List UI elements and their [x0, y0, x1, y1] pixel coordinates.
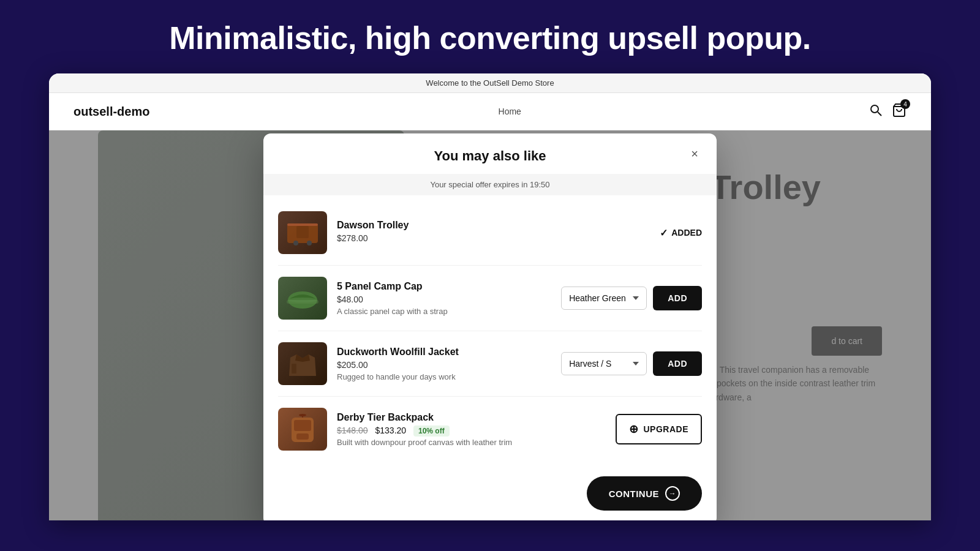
offer-timer-text: Your special offer expires in 19:50	[430, 180, 549, 189]
discount-badge-derby-backpack: 10% off	[413, 425, 450, 437]
product-desc-camp-cap: A classic panel cap with a strap	[337, 307, 551, 316]
product-row-derby-backpack: Derby Tier Backpack $148.00 $133.20 10% …	[278, 397, 702, 462]
offer-timer-bar: Your special offer expires in 19:50	[263, 174, 717, 195]
continue-button[interactable]: CONTINUE →	[587, 476, 702, 511]
upgrade-button-derby-backpack[interactable]: ⊕ UPGRADE	[616, 414, 702, 444]
product-price-dawson-trolley: $278.00	[337, 233, 650, 243]
store-logo: outsell-demo	[74, 105, 149, 119]
product-actions-duckworth-jacket: Harvest / S Harvest / M Harvest / L ADD	[561, 351, 702, 376]
topbar-text: Welcome to the OutSell Demo Store	[426, 78, 554, 88]
product-name-camp-cap: 5 Panel Camp Cap	[337, 281, 551, 292]
add-button-duckworth-jacket[interactable]: ADD	[653, 351, 702, 376]
product-price-derby-backpack: $148.00 $133.20 10% off	[337, 425, 606, 435]
product-name-dawson-trolley: Dawson Trolley	[337, 220, 650, 231]
modal-footer: CONTINUE →	[263, 467, 717, 520]
product-name-derby-backpack: Derby Tier Backpack	[337, 412, 606, 423]
nav-home[interactable]: Home	[499, 107, 521, 116]
product-info-derby-backpack: Derby Tier Backpack $148.00 $133.20 10% …	[337, 412, 606, 447]
svg-rect-14	[296, 433, 309, 440]
cart-badge: 4	[900, 99, 910, 109]
svg-point-16	[299, 414, 306, 416]
product-actions-dawson-trolley: ✓ ADDED	[660, 227, 702, 239]
modal-overlay: You may also like × Your special offer e…	[49, 130, 931, 520]
add-button-camp-cap[interactable]: ADD	[653, 286, 702, 310]
upgrade-icon: ⊕	[629, 422, 639, 436]
modal-title: You may also like	[434, 148, 546, 164]
continue-label: CONTINUE	[609, 489, 659, 499]
product-image-camp-cap	[278, 277, 327, 320]
page-title: Minimalistic, high converting upsell pop…	[0, 20, 980, 56]
product-price-duckworth-jacket: $205.00	[337, 360, 551, 370]
continue-arrow-icon: →	[665, 486, 680, 501]
product-info-dawson-trolley: Dawson Trolley $278.00	[337, 220, 650, 246]
cart-icon-wrap[interactable]: 4	[892, 103, 907, 120]
sale-price-derby-backpack: $133.20	[375, 425, 407, 435]
svg-rect-10	[287, 300, 318, 304]
product-desc-derby-backpack: Built with downpour proof canvas with le…	[337, 438, 606, 447]
svg-line-1	[878, 112, 881, 116]
product-image-dawson-trolley	[278, 211, 327, 254]
original-price-derby-backpack: $148.00	[337, 425, 368, 435]
modal-body: Dawson Trolley $278.00 ✓ ADDED	[263, 195, 717, 467]
product-row-dawson-trolley: Dawson Trolley $278.00 ✓ ADDED	[278, 200, 702, 266]
added-label: ADDED	[671, 228, 702, 238]
upsell-modal: You may also like × Your special offer e…	[263, 133, 717, 520]
page-header: Minimalistic, high converting upsell pop…	[0, 0, 980, 73]
product-image-derby-backpack	[278, 408, 327, 451]
browser-frame: Welcome to the OutSell Demo Store outsel…	[49, 73, 931, 520]
svg-point-0	[871, 105, 878, 113]
check-icon: ✓	[660, 227, 668, 239]
product-name-duckworth-jacket: Duckworth Woolfill Jacket	[337, 347, 551, 358]
added-status-dawson-trolley: ✓ ADDED	[660, 227, 702, 239]
svg-rect-5	[293, 241, 298, 246]
svg-rect-13	[294, 420, 311, 431]
product-actions-derby-backpack: ⊕ UPGRADE	[616, 414, 702, 444]
variant-select-camp-cap[interactable]: Heather Green Black Navy	[561, 287, 647, 310]
product-image-duckworth-jacket	[278, 342, 327, 385]
modal-header: You may also like ×	[263, 133, 717, 174]
svg-rect-11	[292, 364, 296, 373]
store-header: outsell-demo Home 4	[49, 93, 931, 130]
product-desc-duckworth-jacket: Rugged to handle your days work	[337, 372, 551, 381]
product-row-duckworth-jacket: Duckworth Woolfill Jacket $205.00 Rugged…	[278, 331, 702, 397]
variant-select-duckworth-jacket[interactable]: Harvest / S Harvest / M Harvest / L	[561, 352, 647, 375]
svg-rect-6	[307, 241, 312, 246]
store-content: Trolley d to cart ng suitcase. It's both…	[49, 130, 931, 520]
store-topbar: Welcome to the OutSell Demo Store	[49, 73, 931, 93]
search-icon[interactable]	[870, 104, 882, 119]
store-icons: 4	[870, 103, 907, 120]
svg-rect-4	[287, 223, 318, 226]
svg-rect-7	[296, 226, 309, 238]
store-nav: Home	[499, 107, 521, 116]
modal-close-button[interactable]: ×	[685, 144, 704, 163]
upgrade-label: UPGRADE	[643, 424, 688, 434]
product-info-duckworth-jacket: Duckworth Woolfill Jacket $205.00 Rugged…	[337, 347, 551, 381]
product-info-camp-cap: 5 Panel Camp Cap $48.00 A classic panel …	[337, 281, 551, 316]
product-price-camp-cap: $48.00	[337, 294, 551, 304]
product-row-camp-cap: 5 Panel Camp Cap $48.00 A classic panel …	[278, 266, 702, 331]
product-actions-camp-cap: Heather Green Black Navy ADD	[561, 286, 702, 310]
